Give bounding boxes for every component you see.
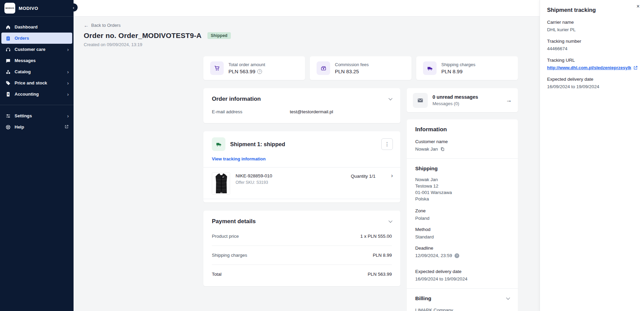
product-name: NIKE-928859-010 [236, 173, 272, 178]
chevron-right-icon: › [67, 114, 69, 118]
stats-row: Total order amount PLN 563.99 ? Commissi… [203, 56, 518, 80]
tracking-panel-title: Shipment tracking [547, 7, 638, 13]
carrier-name-label: Carrier name [547, 20, 638, 25]
tracking-url-label: Tracking URL [547, 58, 638, 63]
payment-row: Shipping charges PLN 8.99 [212, 246, 392, 265]
tracking-number-label: Tracking number [547, 39, 638, 44]
address-line: Nowak Jan [415, 176, 509, 183]
truck-icon [423, 61, 437, 75]
sidebar-item-customer-care[interactable]: Customer care › [1, 44, 72, 55]
chevron-right-icon: › [67, 47, 69, 52]
carrier-name-value: DHL kurier PL [547, 27, 638, 32]
sidebar-item-label: Accounting [15, 92, 39, 97]
shipment-truck-icon [212, 137, 225, 151]
sidebar-item-help[interactable]: Help [1, 121, 72, 133]
product-sku: Offer SKU: S3193 [236, 180, 272, 185]
stat-label: Commission fees [335, 62, 369, 67]
orders-clipboard-icon [5, 36, 11, 41]
sidebar-collapse-button[interactable]: ‹ [69, 3, 78, 12]
sidebar-item-settings[interactable]: Settings › [1, 110, 72, 121]
address-line: Testowa 12 [415, 183, 509, 189]
sidebar-nav: Dashboard Orders Customer care › Message… [0, 17, 74, 133]
billing-company: LIMARK Company [415, 308, 509, 311]
sidebar: MODIVO MODIVO Dashboard Orders Customer … [0, 0, 74, 311]
expected-delivery-value: 16/09/2024 to 19/09/2024 [415, 276, 509, 281]
customer-name-label: Customer name [415, 139, 509, 144]
payment-row-value: PLN 8.99 [373, 253, 392, 258]
payment-total-row: Total PLN 563.99 [212, 265, 392, 284]
shipping-section-title: Shipping [415, 166, 509, 172]
stat-value: PLN 563.99 [228, 69, 255, 74]
view-tracking-link[interactable]: View tracking information [212, 156, 266, 161]
payment-row-value: 1 x PLN 555.00 [360, 234, 392, 239]
brand-name: MODIVO [19, 6, 38, 11]
order-information-card: Order information E-mail address test@te… [203, 88, 400, 123]
modivo-logo-icon: MODIVO [4, 3, 15, 14]
payment-row-value: PLN 563.99 [368, 272, 392, 277]
sidebar-logo: MODIVO MODIVO [0, 0, 74, 17]
sidebar-item-label: Help [15, 124, 24, 130]
product-quantity: Quantity 1/1 [351, 172, 376, 179]
chevron-right-icon: › [67, 81, 69, 85]
deadline-label: Deadline [415, 246, 509, 251]
help-question-icon[interactable]: ? [455, 253, 459, 258]
arrow-left-icon: ← [84, 23, 89, 27]
stat-value: PLN 8.99 [441, 69, 463, 74]
created-date: Created on 09/09/2024, 13:19 [84, 42, 540, 47]
back-link-label: Back to Orders [91, 23, 121, 28]
shipment-title: Shipment 1: shipped [230, 141, 285, 148]
kebab-icon: ⋮ [385, 141, 390, 147]
total-order-amount-card: Total order amount PLN 563.99 ? [203, 56, 305, 80]
tracking-number-value: 44466674 [547, 46, 638, 51]
sidebar-item-label: Customer care [15, 47, 45, 52]
unread-messages-card[interactable]: 0 unread messages Messages (0) → [407, 88, 518, 112]
email-value: test@testordermail.pl [290, 109, 333, 114]
tracking-url-link[interactable]: http://www.dhl.com.pl/sledzenieprzesylki… [547, 65, 631, 70]
sidebar-item-accounting[interactable]: $ Accounting › [1, 89, 72, 100]
product-row[interactable]: NIKE-928859-010 Offer SKU: S3193 Quantit… [212, 172, 393, 195]
method-label: Method [415, 227, 509, 232]
arrow-right-icon: → [506, 97, 512, 104]
tag-icon [5, 80, 11, 86]
information-title: Information [415, 126, 509, 133]
banknote-icon [317, 61, 330, 75]
catalog-shapes-icon [5, 69, 11, 75]
copy-icon[interactable] [440, 147, 445, 151]
shipment-tracking-panel: × Shipment tracking Carrier name DHL kur… [540, 0, 644, 311]
expected-delivery-label: Expected delivery date [415, 269, 509, 274]
shipping-charges-card: Shipping charges PLN 8.99 [416, 56, 518, 80]
address-line: Polska [415, 196, 509, 202]
sidebar-item-label: Messages [15, 58, 36, 63]
product-image [212, 172, 230, 195]
chat-icon [5, 58, 11, 63]
sidebar-item-catalog[interactable]: Catalog › [1, 66, 72, 77]
sidebar-item-price-and-stock[interactable]: Price and stock › [1, 77, 72, 89]
chevron-left-icon: ‹ [73, 5, 74, 10]
sidebar-item-orders[interactable]: Orders [1, 33, 72, 44]
sidebar-item-label: Catalog [15, 69, 31, 74]
payment-details-title: Payment details [212, 218, 256, 225]
sliders-icon [5, 113, 11, 119]
info-question-icon[interactable]: ? [257, 69, 262, 74]
chevron-down-icon[interactable] [388, 219, 392, 222]
expected-delivery-value: 16/09/2024 to 19/09/2024 [547, 84, 638, 89]
back-to-orders-link[interactable]: ← Back to Orders [84, 23, 121, 28]
information-card: Information Customer name Nowak Jan Ship… [407, 119, 518, 311]
chevron-right-icon: › [391, 172, 393, 179]
sidebar-item-messages[interactable]: Messages [1, 55, 72, 66]
commission-fees-card: Commission fees PLN 83.25 [310, 56, 411, 80]
stat-label: Shipping charges [441, 62, 475, 67]
zone-label: Zone [415, 208, 509, 213]
chevron-right-icon: › [67, 70, 69, 74]
sidebar-item-dashboard[interactable]: Dashboard [1, 21, 72, 33]
close-icon[interactable]: × [637, 4, 640, 9]
sidebar-item-label: Settings [15, 113, 32, 118]
envelope-icon [413, 93, 428, 108]
zone-value: Poland [415, 216, 509, 221]
chevron-down-icon[interactable] [388, 96, 392, 100]
chevron-down-icon[interactable] [506, 296, 510, 299]
shipment-menu-button[interactable]: ⋮ [381, 138, 393, 150]
shipment-card: Shipment 1: shipped ⋮ View tracking info… [203, 131, 400, 202]
messages-count: Messages (0) [432, 101, 478, 106]
sidebar-item-label: Price and stock [15, 80, 47, 85]
